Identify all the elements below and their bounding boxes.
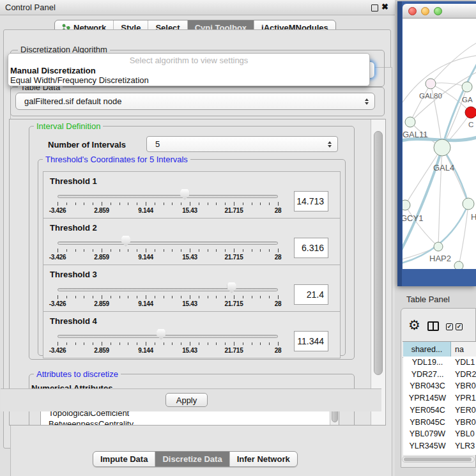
cell-name[interactable]: YBR0 bbox=[455, 417, 476, 429]
network-node-gal4[interactable] bbox=[434, 139, 450, 156]
cell-shared-name[interactable]: YDR27... bbox=[403, 369, 452, 381]
table-row[interactable]: YBR045CYBR0 bbox=[403, 417, 476, 429]
float-window-icon[interactable] bbox=[371, 4, 378, 12]
slider-track[interactable] bbox=[58, 288, 278, 291]
tab-discretize-data[interactable]: Discretize Data bbox=[155, 452, 229, 466]
checked-box-icon[interactable]: ✓ bbox=[456, 323, 463, 330]
apply-button[interactable]: Apply bbox=[165, 393, 208, 407]
slider-tick bbox=[84, 296, 84, 298]
slider-tick-label: 28 bbox=[275, 207, 282, 214]
slider-thumb[interactable] bbox=[157, 329, 165, 340]
interval-definition-title: Interval Definition bbox=[34, 122, 103, 130]
gear-icon[interactable]: ⚙ bbox=[408, 318, 420, 332]
slider-tick-label: -3.426 bbox=[49, 254, 66, 261]
cell-name[interactable]: YBL0 bbox=[455, 428, 475, 440]
table-row[interactable]: YBR043CYBR0 bbox=[403, 380, 476, 392]
close-icon[interactable]: ✖ bbox=[381, 2, 388, 12]
network-node-h[interactable] bbox=[463, 198, 474, 210]
slider-tick bbox=[155, 342, 155, 345]
close-traffic-light-icon[interactable] bbox=[408, 7, 417, 15]
minimize-traffic-light-icon[interactable] bbox=[421, 7, 429, 15]
slider-tick-label: 9.144 bbox=[138, 347, 153, 354]
cell-shared-name[interactable]: YIL052C bbox=[403, 452, 452, 455]
network-node-ga[interactable] bbox=[462, 82, 472, 92]
attribute-list-item[interactable]: BetweennessCentrality bbox=[49, 419, 134, 426]
cell-shared-name[interactable]: YER054C bbox=[403, 404, 452, 417]
slider-tick bbox=[75, 296, 76, 298]
column-header-name[interactable]: na bbox=[455, 342, 464, 357]
network-node-gal80[interactable] bbox=[426, 79, 436, 89]
threshold-value-field[interactable]: 21.4 bbox=[294, 284, 328, 305]
tab-impute-data[interactable]: Impute Data bbox=[93, 452, 155, 466]
cell-name[interactable]: YER0 bbox=[455, 404, 476, 417]
threshold-value-field[interactable]: 6.316 bbox=[294, 238, 328, 258]
network-window-titlebar[interactable] bbox=[403, 4, 476, 19]
cell-shared-name[interactable]: YLR345W bbox=[403, 440, 452, 452]
cell-shared-name[interactable]: YBR045C bbox=[403, 417, 452, 429]
network-edge bbox=[410, 84, 431, 122]
slider-tick bbox=[84, 342, 84, 345]
popup-option-manual-discretization[interactable]: Manual Discretization bbox=[10, 66, 96, 75]
cell-name[interactable]: YDL1 bbox=[455, 357, 475, 369]
tab-infer-network[interactable]: Infer Network bbox=[229, 452, 297, 466]
slider-thumb[interactable] bbox=[180, 189, 189, 200]
slider-tick-label: 2.859 bbox=[94, 300, 109, 307]
slider-tick bbox=[252, 342, 252, 345]
threshold-label: Threshold 4 bbox=[50, 316, 97, 326]
network-canvas[interactable]: GAL80GACGAL11GAL4GCY1HHAP2 bbox=[403, 19, 476, 269]
table-data-combobox[interactable]: galFiltered.sif default node bbox=[15, 93, 375, 110]
table-header-row: shared... na bbox=[403, 341, 476, 358]
threshold-label: Threshold 2 bbox=[50, 223, 97, 233]
slider-track[interactable] bbox=[58, 335, 278, 338]
cell-shared-name[interactable]: YBR043C bbox=[403, 380, 452, 392]
slider-tick bbox=[102, 202, 102, 206]
threshold-label: Threshold 3 bbox=[50, 270, 97, 279]
table-row[interactable]: YDR27...YDR2 bbox=[403, 369, 476, 381]
popup-option-equal-width-frequency[interactable]: Equal Width/Frequency Discretization bbox=[10, 75, 149, 85]
slider-thumb[interactable] bbox=[227, 282, 236, 293]
slider-tick bbox=[278, 295, 279, 299]
table-row[interactable]: YDL19...YDL1 bbox=[403, 357, 476, 369]
split-pane-icon[interactable] bbox=[427, 321, 439, 331]
network-node-c[interactable] bbox=[465, 107, 476, 118]
pane-scrollbar-thumb[interactable] bbox=[374, 131, 383, 375]
zoom-traffic-light-icon[interactable] bbox=[434, 7, 442, 15]
table-row[interactable]: YER054CYER0 bbox=[403, 404, 476, 417]
slider-tick bbox=[58, 295, 58, 299]
table-hscrollbar-thumb[interactable] bbox=[404, 457, 472, 461]
cell-name[interactable]: YPR1 bbox=[455, 392, 476, 404]
slider-tick bbox=[93, 342, 93, 345]
slider-tick bbox=[93, 249, 93, 252]
table-row[interactable]: YBL079WYBL0 bbox=[403, 428, 476, 440]
cell-shared-name[interactable]: YBL079W bbox=[403, 428, 452, 440]
network-node-gal11[interactable] bbox=[405, 117, 415, 127]
network-view-frame: GAL80GACGAL11GAL4GCY1HHAP2 bbox=[397, 1, 476, 286]
column-header-shared-name[interactable]: shared... bbox=[403, 342, 451, 357]
network-node[interactable] bbox=[454, 261, 463, 269]
checked-box-icon[interactable]: ✓ bbox=[446, 323, 453, 330]
network-node-hap2[interactable] bbox=[434, 242, 443, 251]
cell-name[interactable]: YIL0 bbox=[455, 452, 472, 455]
table-row[interactable]: YPR145WYPR1 bbox=[403, 392, 476, 404]
threshold-value-field[interactable]: 14.713 bbox=[294, 191, 328, 211]
slider-tick bbox=[66, 296, 67, 298]
threshold-value-field[interactable]: 11.344 bbox=[294, 331, 328, 351]
table-hscrollbar-track[interactable] bbox=[402, 456, 475, 463]
slider-tick-label: -3.426 bbox=[49, 347, 66, 354]
cell-shared-name[interactable]: YPR145W bbox=[403, 392, 452, 404]
slider-tick bbox=[155, 203, 155, 205]
cell-shared-name[interactable]: YDL19... bbox=[403, 357, 452, 369]
cell-name[interactable]: YDR2 bbox=[455, 369, 476, 381]
cell-name[interactable]: YBR0 bbox=[455, 380, 476, 392]
network-edge bbox=[405, 148, 442, 205]
slider-thumb[interactable] bbox=[121, 236, 130, 247]
network-node-gcy1[interactable] bbox=[403, 200, 410, 210]
slider-track[interactable] bbox=[58, 195, 278, 198]
slider-tick bbox=[172, 203, 173, 205]
table-row[interactable]: YIL052CYIL0 bbox=[403, 452, 476, 455]
pane-scrollbar-track[interactable] bbox=[371, 119, 386, 425]
table-row[interactable]: YLR345WYLR3 bbox=[403, 440, 476, 452]
slider-track[interactable] bbox=[58, 242, 278, 245]
cell-name[interactable]: YLR3 bbox=[455, 440, 475, 452]
number-of-intervals-spinner[interactable]: 5 bbox=[146, 136, 338, 152]
